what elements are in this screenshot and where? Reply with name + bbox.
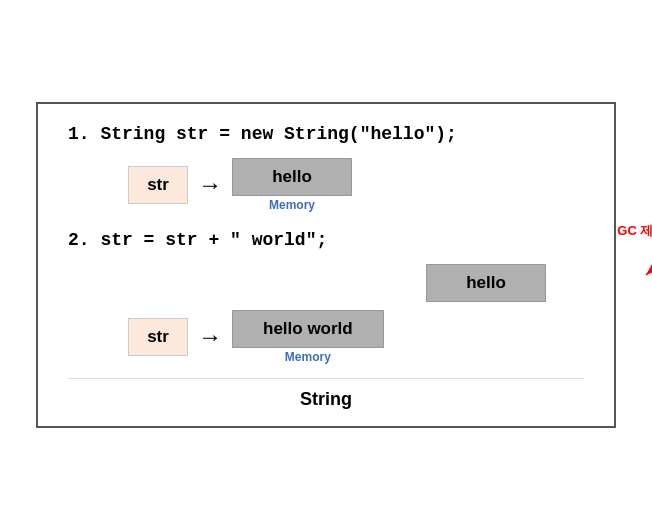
memory-label-1: Memory [269,198,315,212]
memory-wrapper-1: hello Memory [232,158,352,212]
section1: 1. String str = new String("hello"); str… [68,124,584,212]
memory-label-2: Memory [285,350,331,364]
hello-world-box: hello world [232,310,384,348]
gc-row: hello GC 제거 대상 [128,264,584,302]
str-box-2: str [128,318,188,356]
hello-box-1: hello [232,158,352,196]
diagram-row-1: str → hello Memory [128,158,584,212]
svg-line-1 [646,245,652,275]
gc-label: GC 제거 대상 [617,222,652,240]
gc-annotation: GC 제거 대상 [617,222,652,280]
footer-label: String [68,378,584,410]
section2-diagrams: hello GC 제거 대상 [128,264,584,364]
code-line-2: 2. str = str + " world"; [68,230,584,250]
str-box-1: str [128,166,188,204]
arrow-1: → [198,171,222,199]
old-hello-box: hello [426,264,546,302]
old-hello-wrapper: hello GC 제거 대상 [426,264,546,302]
diagram-row-2: str → hello world Memory [128,310,584,364]
code-line-1: 1. String str = new String("hello"); [68,124,584,144]
gc-arrow-svg [636,240,652,280]
section2: 2. str = str + " world"; hello GC 제거 대상 [68,230,584,364]
memory-wrapper-2: hello world Memory [232,310,384,364]
main-container: 1. String str = new String("hello"); str… [36,102,616,428]
arrow-2: → [198,323,222,351]
